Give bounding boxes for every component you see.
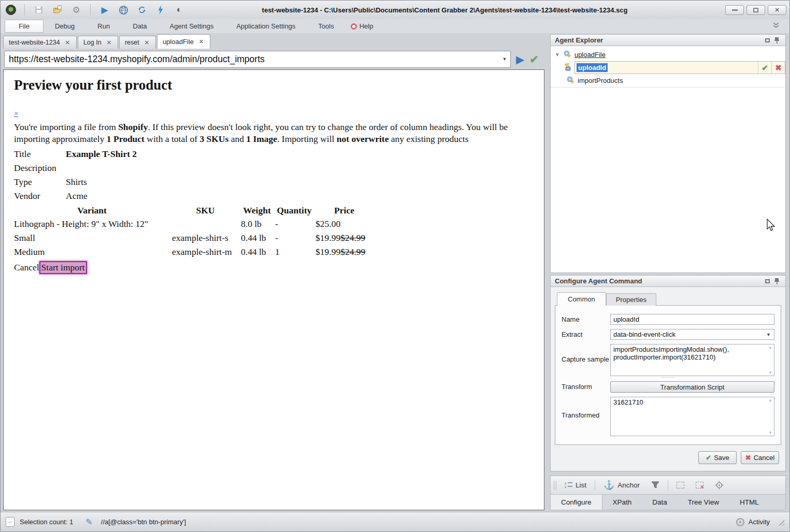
panel-maximize-icon[interactable]	[763, 279, 772, 283]
list-button[interactable]: 12 List	[562, 480, 590, 491]
maximize-button[interactable]	[746, 5, 765, 15]
variants-table: Variant SKU Weight Quantity Price Lithog…	[14, 204, 375, 260]
start-import-button[interactable]: Start import	[39, 261, 87, 274]
status-bar: ‹› Selection count: 1 ✎ //a[@class='btn …	[1, 512, 789, 531]
capture-sample-box[interactable]: importProductsImportingModal.show(), pro…	[610, 344, 774, 376]
selection-count-icon: ‹›	[6, 517, 15, 527]
tab-close-icon[interactable]: ✕	[143, 39, 150, 46]
help-icon	[351, 23, 357, 30]
transform-row: Transform Transformation Script	[562, 381, 774, 393]
save-button[interactable]: ✔ Save	[698, 451, 737, 464]
resize-grip[interactable]	[777, 519, 784, 526]
scrollbar[interactable]: ▲▼	[767, 398, 774, 435]
panel-maximize-icon[interactable]	[763, 38, 772, 42]
tree-item-uploadfile[interactable]: ▼ uploadFile	[551, 48, 785, 61]
selection-toolbar: 12 List ⚓ Anchor ✕	[550, 476, 786, 495]
page-title: Preview your first product	[14, 77, 544, 93]
tab-tree-view[interactable]: Tree View	[678, 495, 729, 510]
field-type: TypeShirts	[14, 175, 544, 189]
clear-selection-button[interactable]: ✕	[693, 480, 707, 490]
apply-check-icon[interactable]: ✔	[529, 54, 539, 65]
title-bar: ⚙ ▶ ◐ test-website-1234 - C:\Users\Publi…	[1, 1, 789, 19]
menu-tools[interactable]: Tools	[307, 20, 345, 32]
expander-icon[interactable]: ▼	[555, 52, 560, 57]
anchor-button[interactable]: ⚓ Anchor	[600, 478, 643, 492]
select-region-button[interactable]	[673, 480, 687, 490]
configure-panel-header: Configure Agent Command	[550, 275, 786, 287]
tab-close-icon[interactable]: ✕	[64, 39, 71, 46]
url-input[interactable]	[5, 51, 499, 67]
url-dropdown-icon[interactable]: ▼	[499, 51, 510, 67]
tab-close-icon[interactable]: ✕	[198, 38, 205, 45]
browser-globe-icon[interactable]	[118, 4, 129, 16]
scrollbar[interactable]: ▲▼	[767, 345, 774, 375]
name-input[interactable]	[610, 314, 774, 325]
svg-text:2: 2	[565, 485, 567, 488]
ribbon-collapse-icon[interactable]	[772, 22, 780, 30]
menu-debug[interactable]: Debug	[44, 20, 86, 32]
menu-file[interactable]: File	[5, 20, 44, 33]
menu-help[interactable]: Help	[346, 20, 379, 32]
agent-command-icon	[563, 50, 571, 60]
selection-box-icon	[677, 482, 684, 488]
filter-button[interactable]	[648, 480, 663, 491]
transform-label: Transform	[562, 381, 610, 393]
capture-icon	[564, 63, 573, 73]
run-icon[interactable]: ▶	[99, 4, 110, 16]
tab-reset[interactable]: reset✕	[119, 36, 156, 49]
modal-close-link[interactable]: ×	[14, 109, 18, 118]
tab-uploadfile[interactable]: uploadFile✕	[157, 34, 210, 49]
menu-run[interactable]: Run	[86, 20, 121, 32]
selection-count: Selection count: 1	[20, 518, 73, 526]
transformation-script-button[interactable]: Transformation Script	[610, 381, 774, 393]
cancel-button[interactable]: ✖ Cancel	[741, 451, 779, 464]
tab-close-icon[interactable]: ✕	[106, 39, 112, 46]
panel-pin-icon[interactable]	[772, 278, 781, 284]
edit-xpath-icon[interactable]: ✎	[85, 517, 92, 527]
capture-sample-row: Capture sample importProductsImportingMo…	[562, 344, 774, 376]
tab-configure[interactable]: Configure	[551, 495, 602, 510]
tab-common[interactable]: Common	[557, 292, 606, 306]
tab-data[interactable]: Data	[642, 495, 678, 510]
extract-select[interactable]: data-bind-event-click ▼	[610, 329, 774, 340]
node-name-editor[interactable]: uploadId ✔ ✖	[574, 61, 785, 74]
contrast-icon[interactable]: ◐	[174, 4, 185, 16]
url-row: ▼ ▶ ✔	[3, 49, 544, 69]
menu-data[interactable]: Data	[121, 20, 158, 32]
clear-selection-icon: ✕	[696, 482, 703, 488]
cancel-link[interactable]: Cancel	[14, 262, 39, 273]
tab-test-website-1234[interactable]: test-website-1234✕	[3, 36, 77, 49]
activity-label[interactable]: Activity	[749, 518, 770, 526]
tab-xpath[interactable]: XPath	[602, 495, 642, 510]
agent-explorer-tree: ▼ uploadFile uploadId ✔ ✖	[550, 46, 786, 273]
right-panel-column: Agent Explorer ▼ uploadFile	[550, 34, 786, 510]
extract-row: Extract data-bind-event-click ▼	[562, 329, 774, 340]
app-logo-icon[interactable]	[6, 5, 16, 15]
debug-bolt-icon[interactable]	[155, 4, 166, 16]
toolbar-grip[interactable]	[554, 481, 556, 490]
save-icon[interactable]	[33, 4, 45, 16]
transformed-box[interactable]: 31621710	[610, 397, 774, 436]
open-file-icon[interactable]	[52, 4, 63, 16]
cancel-rename-icon[interactable]: ✖	[771, 62, 785, 74]
minimize-button[interactable]	[725, 5, 744, 15]
panel-pin-icon[interactable]	[772, 37, 781, 44]
tab-log-in[interactable]: Log In✕	[78, 36, 118, 49]
close-button[interactable]: ✕	[768, 5, 786, 15]
table-row: Lithograph - Height: 9" x Width: 12" 8.0…	[14, 218, 375, 232]
agent-explorer-title: Agent Explorer	[555, 36, 603, 44]
configure-agent-command-panel: Configure Agent Command Common Propertie…	[550, 275, 786, 510]
tab-properties[interactable]: Properties	[606, 293, 656, 306]
tree-item-uploadid[interactable]: uploadId ✔ ✖	[564, 61, 785, 74]
confirm-rename-icon[interactable]: ✔	[758, 62, 771, 74]
locate-target-button[interactable]	[712, 479, 727, 491]
settings-gear-icon[interactable]: ⚙	[70, 4, 82, 16]
name-row: Name	[562, 314, 774, 325]
menu-application-settings[interactable]: Application Settings	[225, 20, 307, 32]
refresh-icon[interactable]	[136, 4, 148, 16]
tab-html[interactable]: HTML	[729, 495, 769, 510]
navigate-play-icon[interactable]: ▶	[516, 54, 524, 65]
extract-label: Extract	[562, 329, 610, 340]
tree-item-importproducts[interactable]: importProducts	[551, 74, 785, 88]
menu-agent-settings[interactable]: Agent Settings	[159, 20, 225, 32]
